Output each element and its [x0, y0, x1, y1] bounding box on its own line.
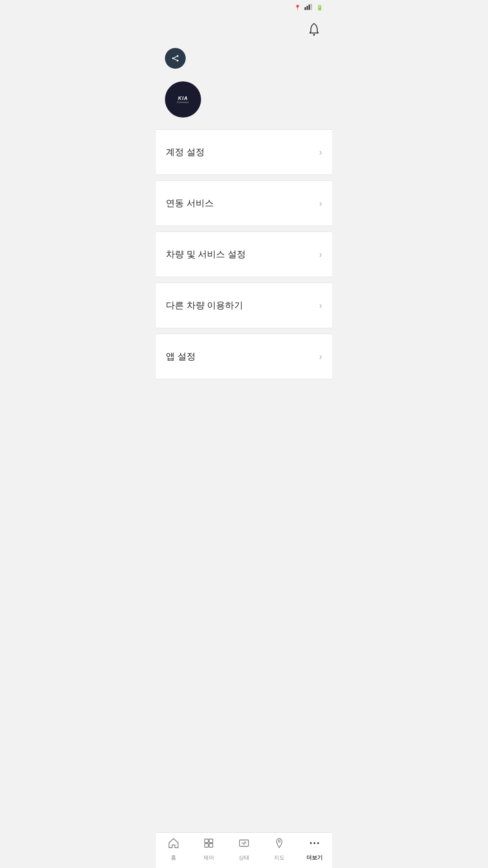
nav-label-home: 홈 [171, 854, 176, 862]
svg-point-17 [310, 842, 312, 844]
menu-label-use-other-vehicle: 다른 차량 이용하기 [166, 299, 243, 311]
vehicle-section [156, 43, 332, 76]
bottom-nav: 홈제어상태지도더보기 [156, 832, 332, 868]
svg-rect-12 [209, 839, 213, 843]
menu-item-use-other-vehicle[interactable]: 다른 차량 이용하기› [156, 283, 332, 328]
menu-item-account-settings[interactable]: 계정 설정› [156, 130, 332, 175]
menu-label-sync-service: 연동 서비스 [166, 197, 214, 209]
menu-label-vehicle-service-settings: 차량 및 서비스 설정 [166, 248, 246, 260]
svg-rect-3 [311, 4, 312, 10]
notification-button[interactable] [305, 20, 323, 40]
svg-rect-13 [205, 844, 208, 847]
svg-point-8 [177, 60, 178, 61]
header [156, 13, 332, 43]
share-icon [169, 52, 181, 64]
menu-card-vehicle-service-settings: 차량 및 서비스 설정› [156, 231, 332, 277]
nav-item-status[interactable]: 상태 [226, 837, 262, 862]
svg-point-5 [169, 52, 181, 64]
nav-icon-map [273, 837, 285, 852]
svg-rect-1 [307, 6, 308, 10]
menu-card-app-settings: 앱 설정› [156, 334, 332, 379]
chevron-icon-app-settings: › [319, 351, 322, 362]
menu-card-sync-service: 연동 서비스› [156, 180, 332, 226]
menu-list: 계정 설정›연동 서비스›차량 및 서비스 설정›다른 차량 이용하기›앱 설정… [156, 127, 332, 832]
svg-point-6 [172, 57, 174, 59]
svg-point-19 [317, 842, 319, 844]
menu-label-app-settings: 앱 설정 [166, 350, 196, 363]
signal-icon [305, 4, 313, 11]
menu-card-use-other-vehicle: 다른 차량 이용하기› [156, 283, 332, 328]
nav-icon-control [203, 837, 215, 852]
menu-item-app-settings[interactable]: 앱 설정› [156, 334, 332, 379]
location-icon: 📍 [294, 5, 301, 11]
chevron-icon-account-settings: › [319, 147, 322, 157]
avatar: KIA Connect [165, 81, 201, 118]
chevron-icon-sync-service: › [319, 198, 322, 208]
chevron-icon-vehicle-service-settings: › [319, 249, 322, 259]
status-bar: 📍 🔋 [156, 0, 332, 13]
nav-label-status: 상태 [239, 854, 249, 862]
battery-icon: 🔋 [316, 5, 323, 11]
svg-point-4 [313, 34, 315, 36]
svg-rect-14 [209, 844, 213, 847]
nav-label-map: 지도 [274, 854, 285, 862]
chevron-icon-use-other-vehicle: › [319, 300, 322, 311]
svg-rect-2 [309, 5, 310, 10]
menu-item-vehicle-service-settings[interactable]: 차량 및 서비스 설정› [156, 232, 332, 277]
menu-card-account-settings: 계정 설정› [156, 129, 332, 175]
nav-label-control: 제어 [203, 854, 214, 862]
svg-point-16 [278, 840, 280, 842]
svg-point-18 [314, 842, 315, 844]
vehicle-icon [165, 48, 186, 69]
profile-section: KIA Connect [156, 76, 332, 127]
bell-icon [307, 22, 321, 37]
svg-rect-15 [239, 840, 249, 846]
nav-item-more[interactable]: 더보기 [297, 837, 332, 862]
nav-icon-more [309, 837, 320, 852]
svg-rect-0 [305, 7, 306, 10]
nav-item-home[interactable]: 홈 [156, 837, 191, 862]
menu-item-sync-service[interactable]: 연동 서비스› [156, 181, 332, 226]
nav-item-control[interactable]: 제어 [191, 837, 226, 862]
status-right: 📍 🔋 [294, 4, 325, 11]
nav-label-more: 더보기 [306, 854, 323, 862]
nav-item-map[interactable]: 지도 [262, 837, 297, 862]
nav-icon-status [238, 837, 250, 852]
svg-point-7 [177, 55, 178, 57]
menu-label-account-settings: 계정 설정 [166, 146, 205, 158]
nav-icon-home [168, 837, 179, 852]
svg-rect-11 [205, 839, 208, 843]
